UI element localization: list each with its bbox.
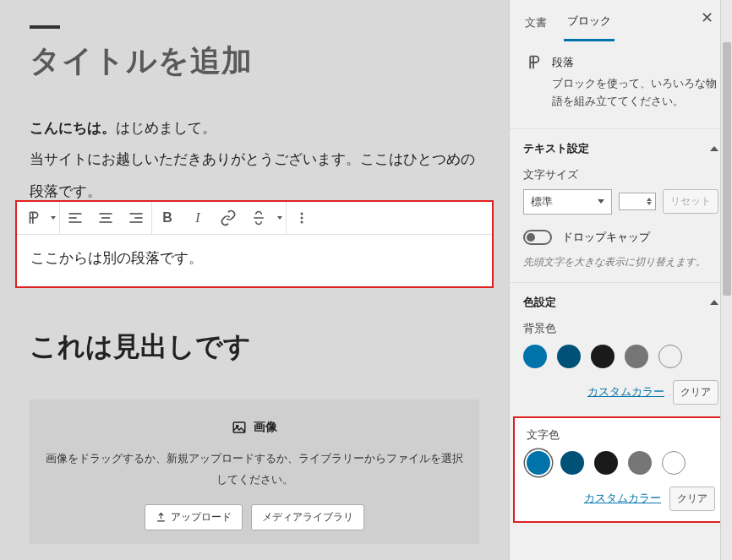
- bg-swatch-4[interactable]: [625, 345, 648, 368]
- dropdown-arrow-icon: [598, 199, 604, 204]
- scrollbar-thumb[interactable]: [723, 42, 731, 296]
- svg-point-9: [301, 213, 303, 215]
- color-settings-panel: 色設定 背景色 カスタムカラー クリア: [510, 282, 732, 416]
- selected-block: B I ここからは別の段落です。: [15, 200, 494, 288]
- block-type-icon[interactable]: [17, 202, 47, 234]
- media-library-button[interactable]: メディアライブラリ: [251, 504, 364, 530]
- title-block[interactable]: タイトルを追加: [30, 25, 479, 82]
- svg-rect-4: [101, 217, 110, 219]
- reset-font-button[interactable]: リセット: [663, 189, 718, 214]
- more-options-icon[interactable]: [287, 202, 317, 234]
- text-settings-panel: テキスト設定 文字サイズ 標準 リセット ドロップキャップ 先頭文字を大きな表示…: [510, 128, 732, 282]
- font-size-label: 文字サイズ: [523, 168, 718, 182]
- heading-block[interactable]: これは見出しです: [30, 329, 479, 366]
- text-settings-toggle[interactable]: テキスト設定: [523, 141, 718, 156]
- tab-document[interactable]: 文書: [522, 8, 550, 41]
- block-type-name: 段落: [552, 53, 718, 72]
- text-color-swatches: [527, 451, 715, 475]
- svg-rect-5: [100, 221, 112, 223]
- paragraph-2[interactable]: 当サイトにお越しいただきありがとうございます。ここはひとつめの段落です。: [30, 144, 479, 207]
- bg-custom-color-link[interactable]: カスタムカラー: [587, 385, 664, 400]
- text-swatch-2[interactable]: [560, 451, 584, 475]
- color-settings-toggle[interactable]: 色設定: [523, 295, 718, 310]
- strikethrough-icon[interactable]: [243, 202, 274, 234]
- text-swatch-3[interactable]: [594, 451, 618, 475]
- sidebar-tabs: 文書 ブロック ✕: [510, 0, 732, 41]
- block-description: 段落 ブロックを使って、いろいろな物語を組み立ててください。: [510, 41, 732, 128]
- text-clear-button[interactable]: クリア: [669, 487, 715, 511]
- bg-color-label: 背景色: [523, 322, 718, 336]
- para1-rest: はじめまして。: [116, 120, 216, 136]
- dropcap-label: ドロップキャップ: [562, 230, 650, 245]
- bg-swatch-1[interactable]: [523, 345, 547, 368]
- sidebar-scrollbar[interactable]: [720, 0, 732, 560]
- svg-point-11: [301, 221, 303, 224]
- para1-bold: こんにちは。: [30, 120, 116, 136]
- image-block-desc: 画像をドラッグするか、新規アップロードするか、ライブラリーからファイルを選択して…: [45, 449, 464, 490]
- svg-rect-7: [134, 217, 142, 219]
- close-sidebar-icon[interactable]: ✕: [701, 8, 713, 27]
- image-placeholder-block[interactable]: 画像 画像をドラッグするか、新規アップロードするか、ライブラリーからファイルを選…: [30, 400, 479, 543]
- image-icon: [232, 420, 247, 435]
- block-toolbar: B I: [17, 202, 492, 235]
- settings-sidebar: 文書 ブロック ✕ 段落 ブロックを使って、いろいろな物語を組み立ててください。…: [509, 0, 732, 560]
- text-swatch-none[interactable]: [662, 451, 686, 475]
- image-block-title: 画像: [232, 420, 277, 435]
- font-size-select[interactable]: 標準: [523, 189, 612, 215]
- bg-clear-button[interactable]: クリア: [673, 380, 718, 405]
- chevron-up-icon: [710, 300, 718, 305]
- bold-icon[interactable]: B: [152, 202, 183, 234]
- align-left-icon[interactable]: [60, 202, 90, 234]
- editor-canvas: タイトルを追加 こんにちは。はじめまして。 当サイトにお越しいただきありがとうご…: [0, 0, 509, 560]
- text-color-section: 文字色 カスタムカラー クリア: [513, 416, 729, 523]
- align-right-icon[interactable]: [121, 202, 151, 234]
- svg-rect-6: [130, 213, 143, 215]
- block-type-dropdown[interactable]: [47, 202, 59, 234]
- svg-rect-8: [130, 221, 143, 223]
- svg-point-10: [301, 217, 303, 220]
- link-icon[interactable]: [213, 202, 243, 234]
- text-swatch-1[interactable]: [527, 451, 550, 475]
- svg-rect-3: [100, 213, 112, 215]
- title-divider: [30, 25, 60, 29]
- chevron-up-icon: [710, 146, 718, 151]
- upload-icon: [156, 512, 167, 523]
- bg-color-swatches: [523, 345, 718, 368]
- text-custom-color-link[interactable]: カスタムカラー: [584, 492, 661, 506]
- svg-rect-2: [69, 221, 82, 223]
- bg-swatch-none[interactable]: [658, 345, 682, 368]
- tab-block[interactable]: ブロック: [564, 7, 615, 41]
- text-swatch-4[interactable]: [628, 451, 652, 475]
- selected-paragraph-text[interactable]: ここからは別の段落です。: [17, 235, 492, 286]
- dropcap-toggle[interactable]: [523, 230, 552, 245]
- align-center-icon[interactable]: [90, 202, 121, 234]
- svg-rect-1: [69, 217, 77, 219]
- bg-swatch-3[interactable]: [591, 345, 615, 368]
- post-title-placeholder[interactable]: タイトルを追加: [30, 41, 479, 82]
- svg-rect-0: [69, 213, 82, 215]
- font-size-number[interactable]: [619, 193, 656, 210]
- format-dropdown[interactable]: [274, 202, 286, 234]
- bg-swatch-2[interactable]: [557, 345, 581, 368]
- paragraph-icon: [523, 53, 542, 111]
- italic-icon[interactable]: I: [183, 202, 213, 234]
- block-type-desc: ブロックを使って、いろいろな物語を組み立ててください。: [552, 75, 718, 111]
- paragraph-1[interactable]: こんにちは。はじめまして。: [30, 112, 479, 144]
- dropcap-hint: 先頭文字を大きな表示に切り替えます。: [523, 253, 718, 270]
- upload-button[interactable]: アップロード: [145, 504, 243, 530]
- text-color-label: 文字色: [527, 428, 715, 443]
